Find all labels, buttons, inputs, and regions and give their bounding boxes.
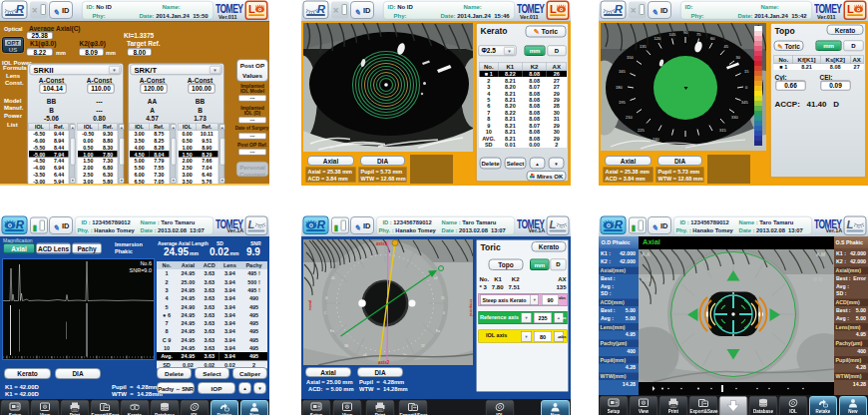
- svg-text:90: 90: [683, 30, 688, 35]
- svg-text:135: 135: [640, 44, 647, 49]
- svg-text:Ea: Ea: [436, 329, 440, 333]
- svg-text:7Z: 7Z: [421, 344, 425, 348]
- svg-text:105: 105: [669, 32, 676, 37]
- svg-text:225: 225: [638, 128, 645, 133]
- svg-text:SNR=9.0: SNR=9.0: [130, 267, 152, 273]
- svg-text:Ex: Ex: [330, 329, 334, 333]
- svg-text:A.A: A.A: [642, 251, 651, 257]
- svg-text:15: 15: [441, 296, 445, 300]
- svg-text:axis1: axis1: [376, 241, 388, 246]
- svg-text:A.M: A.M: [816, 251, 825, 257]
- svg-text:165: 165: [619, 69, 626, 74]
- svg-text:60: 60: [710, 36, 715, 41]
- svg-text:No.6: No.6: [140, 260, 152, 266]
- svg-text:30: 30: [736, 55, 741, 60]
- svg-text:345: 345: [741, 100, 748, 105]
- svg-text:nasal: nasal: [307, 300, 312, 310]
- svg-text:x2: x2: [434, 276, 438, 280]
- svg-text:45: 45: [331, 276, 335, 280]
- svg-text:210: 210: [626, 115, 633, 120]
- svg-text:45: 45: [724, 44, 729, 49]
- svg-text:i5: i5: [325, 296, 328, 300]
- svg-text:315: 315: [719, 128, 726, 133]
- svg-text:195: 195: [619, 100, 626, 105]
- svg-text:120: 120: [654, 36, 661, 41]
- svg-text:15: 15: [744, 69, 749, 74]
- svg-text:axis2: axis2: [378, 360, 390, 365]
- svg-text:0: 0: [443, 311, 445, 315]
- svg-text:240: 240: [652, 137, 659, 142]
- svg-text:3B: 3B: [344, 344, 348, 348]
- svg-text:A.M: A.M: [642, 276, 651, 282]
- svg-text:75: 75: [696, 32, 701, 37]
- svg-text:150: 150: [627, 55, 634, 60]
- svg-text:temporal: temporal: [469, 299, 473, 316]
- svg-text:180: 180: [616, 85, 623, 90]
- svg-text:M.M: M.M: [813, 276, 823, 282]
- svg-text:330: 330: [731, 115, 738, 120]
